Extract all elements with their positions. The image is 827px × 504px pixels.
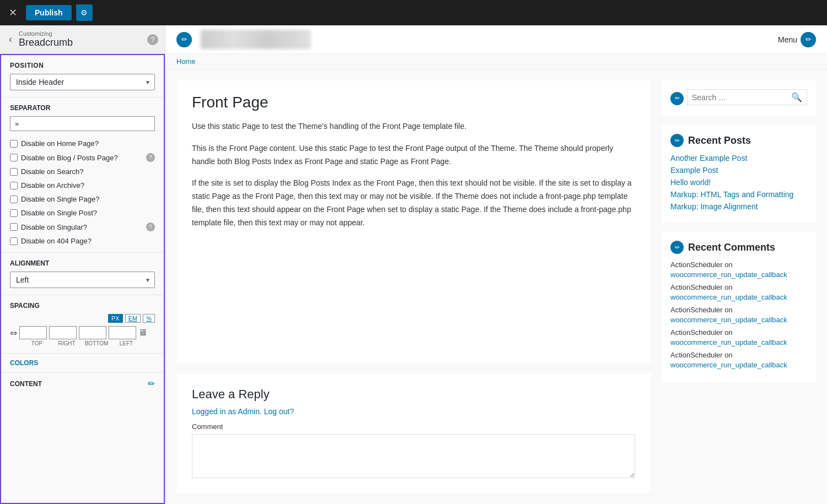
search-icon[interactable]: 🔍	[791, 92, 802, 102]
checkbox-cb8[interactable]	[10, 237, 18, 245]
recent-posts-title-row: ✏ Recent Posts	[670, 134, 807, 147]
menu-link[interactable]: Menu	[778, 35, 797, 44]
comment-item: ActionScheduler onwoocommerce_run_update…	[670, 328, 807, 346]
recent-comments-title-row: ✏ Recent Comments	[670, 241, 807, 254]
reply-section: Leave a Reply Logged in as Admin. Log ou…	[176, 374, 651, 493]
checkbox-label-cb2[interactable]: Disable on Blog / Posts Page?	[21, 154, 118, 162]
comment-link[interactable]: woocommerce_run_update_callback	[670, 338, 787, 346]
checkbox-label-cb5[interactable]: Disable on Single Page?	[21, 195, 99, 203]
recent-post-link[interactable]: Hello world!	[670, 178, 711, 187]
separator-input[interactable]	[10, 116, 155, 131]
checkbox-cb2[interactable]	[10, 154, 18, 161]
comment-link[interactable]: woocommerce_run_update_callback	[670, 361, 787, 369]
comment-link[interactable]: woocommerce_run_update_callback	[670, 270, 787, 279]
comment-textarea[interactable]	[192, 434, 635, 478]
spacing-bottom-input[interactable]	[79, 326, 106, 339]
comment-item: ActionScheduler onwoocommerce_run_update…	[670, 306, 807, 324]
spacing-section: Spacing PX EM % ⇔ 🖥 TOP RIGHT	[1, 295, 164, 354]
logged-in-link[interactable]: Logged in as Admin.	[192, 407, 262, 416]
recent-comments-list: ActionScheduler onwoocommerce_run_update…	[670, 261, 807, 369]
recent-posts-title: Recent Posts	[688, 135, 751, 147]
comment-link[interactable]: woocommerce_run_update_callback	[670, 293, 787, 301]
position-select[interactable]: Inside Header Before Content After Conte…	[10, 74, 155, 90]
recent-post-link[interactable]: Example Post	[670, 166, 718, 175]
checkbox-row-cb7: Disable on Singular??	[10, 220, 155, 234]
checkbox-row-cb3: Disable on Search?	[10, 165, 155, 178]
help-icon[interactable]: ?	[146, 153, 155, 162]
back-button[interactable]: ‹	[7, 32, 14, 46]
checkbox-label-cb1[interactable]: Disable on Home Page?	[21, 139, 99, 148]
checkbox-label-cb7[interactable]: Disable on Singular?	[21, 223, 87, 231]
comment-author: ActionScheduler on	[670, 351, 807, 359]
checkbox-row-cb8: Disable on 404 Page?	[10, 234, 155, 248]
breadcrumb-home[interactable]: Home	[176, 57, 196, 66]
section-title: Breadcrumb	[19, 37, 143, 48]
checkbox-cb3[interactable]	[10, 168, 18, 176]
checkbox-label-cb3[interactable]: Disable on Search?	[21, 167, 83, 176]
checkbox-cb5[interactable]	[10, 196, 18, 203]
alignment-section: Alignment Left Center Right ▼	[1, 253, 164, 295]
sidebar-header-text: Customizing Breadcrumb	[19, 30, 143, 48]
comment-author: ActionScheduler on	[670, 328, 807, 337]
recent-posts-edit-icon[interactable]: ✏	[670, 134, 684, 147]
panel-content: Position Inside Header Before Content Af…	[0, 54, 165, 504]
comment-author: ActionScheduler on	[670, 283, 807, 291]
colors-section[interactable]: COLORS	[1, 354, 164, 373]
spacing-label: Spacing	[10, 302, 155, 310]
link-spacing-icon[interactable]: ⇔	[10, 328, 17, 338]
recent-post-link[interactable]: Markup: HTML Tags and Formatting	[670, 190, 793, 199]
position-section: Position Inside Header Before Content Af…	[1, 55, 164, 97]
search-widget-row: ✏ 🔍	[670, 89, 807, 107]
search-edit-icon[interactable]: ✏	[670, 92, 684, 105]
recent-posts-list: Another Example PostExample PostHello wo…	[670, 154, 807, 211]
checkbox-cb7[interactable]	[10, 223, 18, 231]
preview-content: Front Page Use this static Page to test …	[165, 69, 827, 504]
content-column: Front Page Use this static Page to test …	[176, 80, 662, 493]
recent-comments-edit-icon[interactable]: ✏	[670, 241, 684, 254]
site-header-preview: ✏ Menu ✏	[165, 25, 827, 54]
unit-percent-button[interactable]: %	[143, 314, 155, 323]
desktop-icon[interactable]: 🖥	[138, 328, 147, 338]
reply-title: Leave a Reply	[192, 387, 635, 402]
article-title: Front Page	[192, 94, 635, 111]
checkbox-cb4[interactable]	[10, 182, 18, 189]
comment-link[interactable]: woocommerce_run_update_callback	[670, 316, 787, 324]
settings-gear-button[interactable]: ⚙	[76, 4, 93, 21]
spacing-right-label: RIGHT	[53, 340, 80, 346]
unit-em-button[interactable]: EM	[125, 314, 141, 323]
help-icon[interactable]: ?	[146, 223, 155, 231]
alignment-select[interactable]: Left Center Right	[10, 272, 155, 288]
spacing-right-input[interactable]	[49, 326, 77, 339]
customizing-label: Customizing	[19, 30, 143, 37]
comment-item: ActionScheduler onwoocommerce_run_update…	[670, 351, 807, 369]
publish-button[interactable]: Publish	[26, 5, 72, 20]
checkbox-row-cb4: Disable on Archive?	[10, 178, 155, 192]
logout-link[interactable]: Log out?	[264, 407, 294, 416]
comment-item: ActionScheduler onwoocommerce_run_update…	[670, 261, 807, 279]
list-item: Hello world!	[670, 178, 807, 187]
menu-edit-icon[interactable]: ✏	[801, 32, 816, 47]
checkbox-cb1[interactable]	[10, 140, 18, 148]
spacing-left-input[interactable]	[109, 326, 136, 339]
content-edit-pencil-icon[interactable]: ✏	[148, 378, 155, 389]
spacing-left-label: LEFT	[112, 340, 140, 346]
login-text: Logged in as Admin. Log out?	[192, 407, 635, 416]
unit-px-button[interactable]: PX	[108, 314, 123, 323]
preview-pane: ✏ Menu ✏ Home Front Page Use this static…	[165, 25, 827, 504]
content-header: Content ✏	[10, 378, 155, 389]
help-icon[interactable]: ?	[147, 34, 158, 45]
spacing-top-input[interactable]	[19, 326, 47, 339]
recent-post-link[interactable]: Markup: Image Alignment	[670, 202, 758, 211]
checkbox-row-cb1: Disable on Home Page?	[10, 137, 155, 150]
search-input[interactable]	[692, 93, 791, 102]
close-button[interactable]: ✕	[4, 4, 22, 21]
site-edit-icon[interactable]: ✏	[176, 32, 192, 47]
checkbox-cb6[interactable]	[10, 209, 18, 217]
checkbox-label-cb8[interactable]: Disable on 404 Page?	[21, 237, 92, 245]
article-paragraph: If the site is set to display the Blog P…	[192, 177, 635, 229]
checkbox-label-cb6[interactable]: Disable on Single Post?	[21, 209, 97, 217]
checkbox-label-cb4[interactable]: Disable on Archive?	[21, 181, 84, 189]
search-widget: ✏ 🔍	[662, 80, 816, 116]
recent-post-link[interactable]: Another Example Post	[670, 154, 747, 162]
position-label: Position	[10, 62, 155, 69]
